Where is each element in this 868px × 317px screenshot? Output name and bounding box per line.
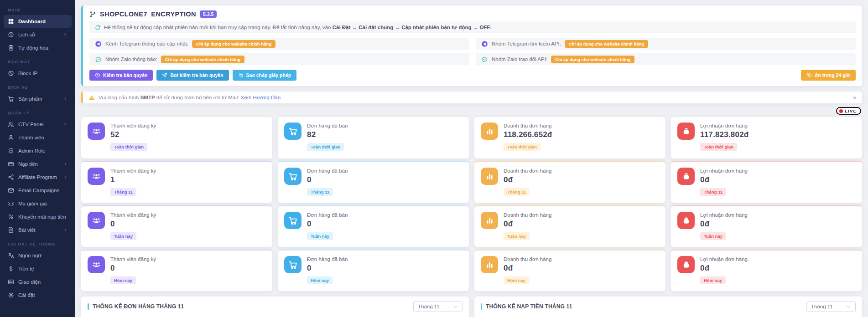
- copyright-icon: [95, 72, 100, 78]
- sidebar-item-nap-tien[interactable]: Nạp tiền: [4, 158, 72, 170]
- sidebar-item-email-campaigns[interactable]: Email Campaigns: [4, 184, 72, 197]
- sidebar-item-dashboard[interactable]: Dashboard: [4, 15, 72, 28]
- channel-label: Kênh Telegram thông báo cập nhật:: [105, 41, 188, 46]
- channel-badge-telegram-api-search[interactable]: Chỉ áp dụng cho website chính hãng: [565, 40, 648, 48]
- stat-period-badge: Tuần này: [504, 232, 530, 240]
- channel-badge-zalo-notify[interactable]: Chỉ áp dụng cho website chính hãng: [161, 56, 244, 63]
- post-icon: [8, 227, 14, 233]
- stat-value: 0đ: [504, 264, 659, 274]
- channel-badge-zalo-api-exchange[interactable]: Chỉ áp dụng cho website chính hãng: [551, 56, 634, 63]
- stat-value: 0đ: [700, 264, 856, 274]
- stat-period-badge: Tháng 11: [504, 188, 530, 196]
- sidebar-item-label: Mã giảm giá: [18, 201, 47, 206]
- live-dot-icon: [839, 109, 843, 113]
- stat-value: 52: [110, 130, 266, 140]
- sidebar-item-khuyen-mai-nap-tien[interactable]: Khuyến mãi nạp tiền: [4, 210, 72, 223]
- sidebar-item-ctv-panel[interactable]: CTV Panel: [4, 118, 72, 131]
- stat-title: Lợi nhuận đơn hàng: [700, 212, 856, 219]
- sidebar-item-label: Ngôn ngữ: [18, 253, 42, 258]
- stat-card: Doanh thu đơn hàng0đTuần này: [474, 205, 665, 247]
- sidebar-item-bai-viet[interactable]: Bài viết: [4, 224, 72, 236]
- version-badge: 5.3.5: [200, 10, 217, 18]
- telegram-icon: [481, 41, 488, 47]
- cart-icon: [8, 96, 14, 102]
- channel-telegram-update: Kênh Telegram thông báo cập nhật:Chỉ áp …: [89, 38, 469, 50]
- sidebar-item-affiliate-program[interactable]: Affiliate Program: [4, 171, 72, 184]
- stat-title: Thành viên đăng ký: [110, 256, 266, 263]
- sidebar-item-cai-dat[interactable]: Cài đặt: [4, 289, 72, 302]
- copy-icon: [238, 72, 244, 78]
- stat-title: Lợi nhuận đơn hàng: [700, 168, 856, 174]
- sidebar-item-label: Dashboard: [18, 19, 46, 24]
- language-icon: [8, 252, 14, 259]
- stat-period-badge: Tuần này: [110, 232, 136, 240]
- stat-title: Thành viên đăng ký: [110, 123, 266, 129]
- auto-update-notice-text: Hệ thống sẽ tự động cập nhật phiên bản m…: [104, 25, 491, 30]
- sidebar-item-label: Cài đặt: [18, 292, 35, 298]
- stat-title: Lợi nhuận đơn hàng: [700, 123, 856, 129]
- ticket-icon: [8, 200, 14, 207]
- stat-card: Thành viên đăng ký0Tuần này: [81, 205, 272, 247]
- stat-card: Đơn hàng đã bán0Hôm nay: [278, 250, 469, 291]
- sidebar-item-ma-giam-gia[interactable]: Mã giảm giá: [4, 197, 72, 210]
- chevron-right-icon: [63, 97, 68, 101]
- month-select-topup-stats[interactable]: Tháng 11: [806, 301, 856, 312]
- sidebar-item-giao-dien[interactable]: Giao diện: [4, 276, 72, 288]
- members-stat-icon: [88, 168, 105, 185]
- stat-value: 0đ: [504, 175, 659, 185]
- currency-icon: [8, 266, 14, 272]
- month-select-order-stats[interactable]: Tháng 11: [413, 301, 463, 312]
- members-stat-icon: [88, 212, 105, 229]
- stat-period-badge: Toàn thời gian: [700, 143, 737, 151]
- dashboard-icon: [8, 18, 14, 25]
- stat-card: Lợi nhuận đơn hàng0đTuần này: [671, 205, 862, 247]
- sidebar-item-label: Affiliate Program: [18, 174, 57, 180]
- sidebar-item-thanh-vien[interactable]: Thành viên: [4, 131, 72, 144]
- sidebar: MAINDashboardLịch sửTự động hóaBẢO MẬTBl…: [0, 0, 75, 317]
- members-stat-icon: [88, 123, 105, 140]
- smtp-warning-bar: Vui lòng cấu hình SMTP để sử dụng toàn b…: [81, 92, 862, 103]
- revenue-stat-icon: [481, 212, 498, 229]
- bot-check-license-button[interactable]: Bot kiểm tra bản quyền: [156, 70, 229, 81]
- revenue-stat-icon: [481, 168, 498, 185]
- sidebar-item-tien-te[interactable]: Tiền tệ: [4, 262, 72, 275]
- affiliate-icon: [8, 174, 14, 180]
- stat-period-badge: Hôm nay: [504, 276, 529, 284]
- stats-grid: Thành viên đăng ký52Toàn thời gianĐơn hà…: [81, 117, 862, 291]
- channel-badge-telegram-update[interactable]: Chỉ áp dụng cho website chính hãng: [192, 40, 275, 48]
- chevron-right-icon: [63, 228, 68, 232]
- sidebar-item-ngon-ngu[interactable]: Ngôn ngữ: [4, 249, 72, 262]
- stat-card: Lợi nhuận đơn hàng117.823.802đToàn thời …: [671, 117, 862, 158]
- members-stat-icon: [88, 256, 105, 273]
- stat-card: Thành viên đăng ký1Tháng 11: [81, 161, 272, 203]
- stat-period-badge: Hôm nay: [700, 276, 726, 284]
- sidebar-item-admin-role[interactable]: Admin Role: [4, 144, 72, 157]
- warning-close-icon[interactable]: ×: [852, 94, 857, 101]
- section-panel-topup-stats: THỐNG KÊ NẠP TIỀN THÁNG 11Tháng 11: [474, 297, 862, 317]
- sidebar-item-san-pham[interactable]: Sản phẩm: [4, 92, 72, 105]
- sidebar-item-label: Block IP: [18, 71, 37, 76]
- sidebar-section-label: DỊCH VỤ: [0, 80, 75, 92]
- check-license-button[interactable]: Kiểm tra bản quyền: [89, 70, 153, 81]
- title-accent-bar: [481, 303, 482, 310]
- bottom-sections: THỐNG KÊ ĐƠN HÀNG THÁNG 11Tháng 11THỐNG …: [81, 297, 862, 317]
- stat-card: Đơn hàng đã bán0Tuần này: [278, 205, 469, 247]
- smtp-guide-link[interactable]: Xem Hướng Dẫn: [241, 95, 281, 100]
- copy-license-button[interactable]: Sao chép giấy phép: [233, 70, 297, 81]
- automation-icon: [8, 45, 14, 51]
- sidebar-item-label: Email Campaigns: [18, 188, 59, 193]
- sidebar-item-block-ip[interactable]: Block IP: [4, 67, 72, 80]
- license-actions-row: Kiểm tra bản quyềnBot kiểm tra bản quyền…: [89, 70, 856, 81]
- sidebar-item-lich-su[interactable]: Lịch sử: [4, 28, 72, 41]
- send-icon: [162, 72, 167, 78]
- sidebar-item-label: Khuyến mãi nạp tiền: [18, 214, 66, 220]
- section-head: THỐNG KÊ ĐƠN HÀNG THÁNG 11Tháng 11: [81, 297, 469, 317]
- user-icon: [8, 134, 14, 141]
- users-icon: [8, 121, 14, 128]
- section-panel-order-stats: THỐNG KÊ ĐƠN HÀNG THÁNG 11Tháng 11: [81, 297, 469, 317]
- stat-value: 118.266.652đ: [504, 130, 659, 140]
- sidebar-item-tu-dong-hoa[interactable]: Tự động hóa: [4, 41, 72, 54]
- hide-24h-button[interactable]: Ẩn trong 24 giờ: [801, 70, 856, 81]
- app-root: MAINDashboardLịch sửTự động hóaBẢO MẬTBl…: [0, 0, 868, 317]
- chevron-down-icon: [846, 304, 851, 309]
